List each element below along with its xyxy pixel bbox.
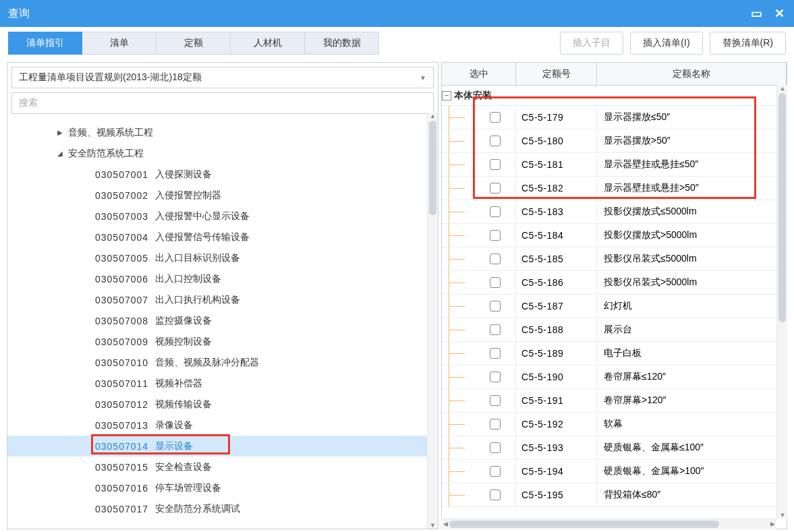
checkbox[interactable]: [490, 112, 501, 123]
minimize-icon[interactable]: ▭: [749, 6, 763, 21]
table-row[interactable]: C5-5-188展示台: [442, 318, 787, 342]
tree-item[interactable]: 030507001入侵探测设备: [7, 164, 438, 185]
scroll-thumb[interactable]: [449, 521, 719, 528]
tree-item[interactable]: 030507007出入口执行机构设备: [7, 289, 438, 310]
checkbox[interactable]: [490, 183, 501, 194]
checkbox-cell[interactable]: [474, 153, 516, 176]
tree-item[interactable]: 030507004入侵报警信号传输设备: [7, 227, 438, 247]
checkbox-cell[interactable]: [474, 200, 516, 223]
left-scrollbar-v[interactable]: ▲ ▼: [427, 113, 438, 529]
checkbox[interactable]: [490, 466, 501, 477]
tree-item[interactable]: 030507006出入口控制设备: [7, 268, 438, 289]
scroll-thumb[interactable]: [429, 121, 436, 215]
tab-mydata[interactable]: 我的数据: [305, 32, 379, 55]
checkbox-cell[interactable]: [474, 413, 516, 436]
insert-child-button[interactable]: 插入子目: [560, 32, 623, 55]
col-name[interactable]: 定额名称: [597, 63, 787, 85]
checkbox[interactable]: [490, 372, 501, 382]
table-row[interactable]: C5-5-184投影仪摆放式>5000lm: [442, 224, 787, 247]
checkbox[interactable]: [490, 490, 501, 500]
table-row[interactable]: C5-5-192软幕: [442, 413, 787, 436]
table-row[interactable]: C5-5-190卷帘屏幕≤120″: [442, 365, 787, 389]
checkbox-cell[interactable]: [474, 389, 516, 412]
checkbox[interactable]: [490, 254, 501, 264]
scroll-right-icon[interactable]: ▶: [768, 521, 776, 527]
tree-item[interactable]: 030507005出入口目标识别设备: [7, 247, 438, 268]
checkbox-cell[interactable]: [474, 342, 516, 365]
table-row[interactable]: C5-5-182显示器壁挂或悬挂>50″: [442, 177, 787, 200]
checkbox-cell[interactable]: [474, 129, 516, 152]
col-select[interactable]: 选中: [442, 63, 516, 85]
table-row[interactable]: C5-5-185投影仪吊装式≤5000lm: [442, 247, 787, 271]
checkbox[interactable]: [490, 301, 501, 312]
tree-cat-av[interactable]: ▶ 音频、视频系统工程: [7, 122, 438, 143]
checkbox-cell[interactable]: [474, 365, 516, 388]
insert-list-button[interactable]: 插入清单(I): [630, 32, 702, 55]
table-row[interactable]: C5-5-186投影仪吊装式>5000lm: [442, 271, 787, 295]
checkbox-cell[interactable]: [474, 318, 516, 341]
search-input[interactable]: 搜索: [11, 92, 434, 114]
tree-item[interactable]: 030507002入侵报警控制器: [7, 185, 438, 206]
table-row[interactable]: C5-5-191卷帘屏幕>120″: [442, 389, 787, 413]
table-row[interactable]: C5-5-193硬质银幕、金属幕≤100″: [442, 436, 787, 460]
scroll-up-icon[interactable]: ▲: [428, 113, 438, 119]
checkbox-cell[interactable]: [474, 177, 516, 200]
checkbox[interactable]: [490, 348, 501, 359]
table-row[interactable]: C5-5-179显示器摆放≤50″: [442, 106, 787, 129]
ruleset-dropdown[interactable]: 工程量清单项目设置规则(2013-湖北)18定额 ▼: [11, 67, 434, 88]
scroll-down-icon[interactable]: ▼: [778, 512, 787, 519]
checkbox-cell[interactable]: [474, 483, 516, 506]
tree-item[interactable]: 030507015安全检查设备: [7, 456, 438, 477]
replace-list-button[interactable]: 替换清单(R): [710, 32, 786, 55]
tree-item[interactable]: 030507017安全防范分系统调试: [7, 498, 438, 519]
checkbox-cell[interactable]: [474, 295, 516, 318]
tree-cat-security[interactable]: ◢ 安全防范系统工程: [7, 143, 438, 164]
checkbox[interactable]: [490, 159, 501, 170]
checkbox[interactable]: [490, 206, 501, 217]
checkbox[interactable]: [490, 324, 501, 335]
table-row[interactable]: C5-5-194硬质银幕、金属幕>100″: [442, 460, 787, 483]
tree-item[interactable]: 030507013录像设备: [7, 415, 438, 436]
scroll-down-icon[interactable]: ▼: [428, 522, 438, 529]
tree-connector: [442, 295, 474, 318]
checkbox[interactable]: [490, 395, 501, 406]
tree-item[interactable]: 030507016停车场管理设备: [7, 477, 438, 498]
right-scrollbar-v[interactable]: ▲ ▼: [776, 85, 787, 519]
checkbox-cell[interactable]: [474, 271, 516, 294]
checkbox-cell[interactable]: [474, 224, 516, 247]
table-row[interactable]: C5-5-189电子白板: [442, 342, 787, 365]
scroll-up-icon[interactable]: ▲: [778, 85, 787, 92]
right-scrollbar-h[interactable]: ◀ ▶: [441, 519, 776, 529]
collapse-icon[interactable]: −: [442, 91, 451, 100]
tab-guide[interactable]: 清单指引: [8, 32, 82, 55]
tab-quota[interactable]: 定额: [157, 32, 231, 55]
scroll-left-icon[interactable]: ◀: [441, 521, 449, 527]
grid-section[interactable]: − 本体安装: [442, 86, 787, 106]
scroll-thumb[interactable]: [778, 93, 786, 322]
table-row[interactable]: C5-5-180显示器摆放>50″: [442, 129, 787, 153]
tree-item[interactable]: 030507011视频补偿器: [7, 373, 438, 394]
checkbox-cell[interactable]: [474, 247, 516, 270]
checkbox[interactable]: [490, 419, 501, 430]
checkbox[interactable]: [490, 230, 501, 241]
tree-item[interactable]: 030507003入侵报警中心显示设备: [7, 206, 438, 227]
tab-material[interactable]: 人材机: [231, 32, 305, 55]
col-code[interactable]: 定额号: [516, 63, 597, 85]
tree-item[interactable]: 030507012视频传输设备: [7, 394, 438, 415]
tree-item[interactable]: 030507014显示设备: [7, 436, 438, 456]
checkbox[interactable]: [490, 277, 501, 288]
table-row[interactable]: C5-5-195背投箱体≤80″: [442, 483, 787, 507]
tree-item[interactable]: 030507008监控摄像设备: [7, 310, 438, 331]
tree-item[interactable]: 030507009视频控制设备: [7, 331, 438, 352]
tab-list[interactable]: 清单: [82, 32, 157, 55]
table-row[interactable]: C5-5-187幻灯机: [442, 295, 787, 318]
close-icon[interactable]: ✕: [772, 6, 786, 21]
checkbox[interactable]: [490, 442, 501, 453]
table-row[interactable]: C5-5-181显示器壁挂或悬挂≤50″: [442, 153, 787, 177]
tree-item[interactable]: 030507010音频、视频及脉冲分配器: [7, 352, 438, 373]
checkbox[interactable]: [490, 136, 501, 146]
checkbox-cell[interactable]: [474, 106, 516, 129]
table-row[interactable]: C5-5-183投影仪摆放式≤5000lm: [442, 200, 787, 224]
checkbox-cell[interactable]: [474, 460, 516, 483]
checkbox-cell[interactable]: [474, 436, 516, 459]
